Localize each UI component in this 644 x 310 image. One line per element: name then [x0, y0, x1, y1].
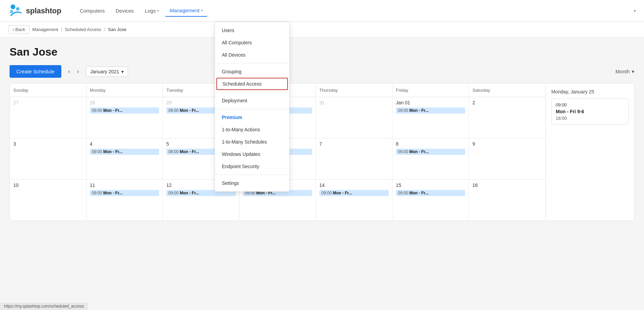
- sidebar-event-name: Mon - Fri 9-6: [556, 109, 624, 114]
- svg-point-1: [16, 7, 19, 11]
- nav-links: Computers Devices Logs ▾ Management ▾: [75, 5, 634, 17]
- menu-item-settings[interactable]: Settings: [215, 177, 289, 189]
- menu-item-1-to-many-actions[interactable]: 1-to-Many Actions: [215, 123, 289, 136]
- sidebar-event-start-time: 09:00: [556, 102, 624, 107]
- cal-cell-27[interactable]: 27: [10, 97, 87, 138]
- event-15[interactable]: 09:00 Mon - Fr...: [396, 190, 465, 196]
- month-dropdown-arrow: ▾: [121, 69, 124, 74]
- divider-4: [215, 175, 289, 175]
- prev-month-button[interactable]: ‹: [65, 67, 73, 76]
- event-jan01[interactable]: 09:00 Mon - Fr...: [396, 107, 465, 114]
- cal-cell-10[interactable]: 10: [10, 180, 87, 221]
- cal-cell-jan01[interactable]: Jan 01 09:00 Mon - Fr...: [393, 97, 469, 138]
- sidebar-event[interactable]: 09:00 Mon - Fri 9-6 18:00: [551, 99, 629, 124]
- menu-item-all-computers[interactable]: All Computers: [215, 36, 289, 49]
- menu-item-users[interactable]: Users: [215, 24, 289, 36]
- account-dropdown-arrow[interactable]: ▾: [634, 9, 636, 13]
- create-schedule-button[interactable]: Create Schedule: [10, 65, 61, 78]
- status-url: https://my.splashtop.com/scheduled_acces…: [4, 304, 84, 309]
- sidebar-event-end-time: 18:00: [556, 116, 624, 121]
- menu-item-grouping[interactable]: Grouping: [215, 65, 289, 78]
- logo-text: splashtop: [26, 6, 61, 15]
- top-nav: splashtop Computers Devices Logs ▾ Manag…: [0, 0, 644, 22]
- nav-computers[interactable]: Computers: [75, 5, 109, 16]
- calendar-nav: ‹ ›: [65, 67, 82, 76]
- header-thursday: Thursday: [316, 84, 393, 97]
- page-content: San Jose Create Schedule ‹ › January 202…: [0, 38, 644, 310]
- cal-cell-28[interactable]: 28 09:00 Mon - Fr...: [87, 97, 163, 138]
- cal-cell-15[interactable]: 15 09:00 Mon - Fr...: [393, 180, 469, 221]
- breadcrumb-scheduled-access[interactable]: Scheduled Access: [65, 27, 101, 32]
- menu-item-premium[interactable]: Premium: [215, 111, 289, 123]
- divider-3: [215, 109, 289, 109]
- view-mode-arrow: ▾: [632, 69, 634, 75]
- calendar-sidebar: Monday, January 25 09:00 Mon - Fri 9-6 1…: [546, 84, 634, 221]
- event-11[interactable]: 09:00 Mon - Fr...: [90, 190, 159, 196]
- back-button[interactable]: ‹ Back: [8, 25, 30, 34]
- menu-item-all-devices[interactable]: All Devices: [215, 49, 289, 61]
- header-saturday: Saturday: [469, 84, 546, 97]
- cal-cell-31[interactable]: 31: [316, 97, 393, 138]
- event-14[interactable]: 09:00 Mon - Fr...: [319, 190, 389, 196]
- calendar-container: Sunday Monday Tuesday Wednesday Thursday…: [10, 83, 634, 221]
- header-friday: Friday: [393, 84, 469, 97]
- header-monday: Monday: [87, 84, 163, 97]
- sidebar-date-title: Monday, January 25: [551, 89, 629, 94]
- management-dropdown-arrow: ▾: [201, 9, 203, 12]
- toolbar-right: Month ▾: [615, 69, 634, 75]
- divider-1: [215, 63, 289, 63]
- menu-item-windows-updates[interactable]: Windows Updates: [215, 148, 289, 160]
- page-title: San Jose: [10, 46, 634, 58]
- status-bar: https://my.splashtop.com/scheduled_acces…: [0, 302, 88, 310]
- menu-item-scheduled-access[interactable]: Scheduled Access: [216, 78, 288, 90]
- cal-cell-3[interactable]: 3: [10, 138, 87, 179]
- cal-cell-9[interactable]: 9: [469, 138, 546, 179]
- logo-area: splashtop: [8, 3, 61, 18]
- menu-item-deployment[interactable]: Deployment: [215, 94, 289, 107]
- cal-cell-2[interactable]: 2: [469, 97, 546, 138]
- toolbar: Create Schedule ‹ › January 2021 ▾ Month…: [10, 65, 634, 78]
- menu-item-1-to-many-schedules[interactable]: 1-to-Many Schedules: [215, 136, 289, 148]
- divider-2: [215, 92, 289, 92]
- cal-cell-8[interactable]: 8 09:00 Mon - Fr...: [393, 138, 469, 179]
- nav-logs[interactable]: Logs ▾: [140, 5, 164, 16]
- month-selector[interactable]: January 2021 ▾: [86, 67, 128, 77]
- breadcrumb-sep-1: /: [61, 27, 62, 32]
- breadcrumb: ‹ Back Management / Scheduled Access / S…: [0, 22, 644, 38]
- cal-cell-16[interactable]: 16: [469, 180, 546, 221]
- splashtop-logo-icon: [8, 3, 23, 18]
- cal-cell-4[interactable]: 4 09:00 Mon - Fr...: [87, 138, 163, 179]
- nav-right: ▾: [634, 9, 636, 13]
- cal-cell-14[interactable]: 14 09:00 Mon - Fr...: [316, 180, 393, 221]
- breadcrumb-current: San Jose: [108, 27, 126, 32]
- event-4[interactable]: 09:00 Mon - Fr...: [90, 149, 159, 155]
- menu-item-endpoint-security[interactable]: Endpoint Security: [215, 160, 289, 173]
- nav-management[interactable]: Management ▾: [165, 5, 208, 17]
- management-dropdown: Users All Computers All Devices Grouping…: [215, 22, 290, 192]
- event-28[interactable]: 09:00 Mon - Fr...: [90, 107, 159, 114]
- nav-devices[interactable]: Devices: [111, 5, 138, 16]
- breadcrumb-management[interactable]: Management: [32, 27, 58, 32]
- breadcrumb-sep-2: /: [104, 27, 105, 32]
- logs-dropdown-arrow: ▾: [157, 9, 159, 13]
- header-sunday: Sunday: [10, 84, 87, 97]
- next-month-button[interactable]: ›: [74, 67, 82, 76]
- event-8[interactable]: 09:00 Mon - Fr...: [396, 149, 465, 155]
- svg-point-2: [10, 10, 13, 13]
- view-mode-dropdown[interactable]: Month ▾: [615, 69, 634, 75]
- cal-cell-7[interactable]: 7: [316, 138, 393, 179]
- cal-cell-11[interactable]: 11 09:00 Mon - Fr...: [87, 180, 163, 221]
- svg-point-0: [11, 4, 15, 9]
